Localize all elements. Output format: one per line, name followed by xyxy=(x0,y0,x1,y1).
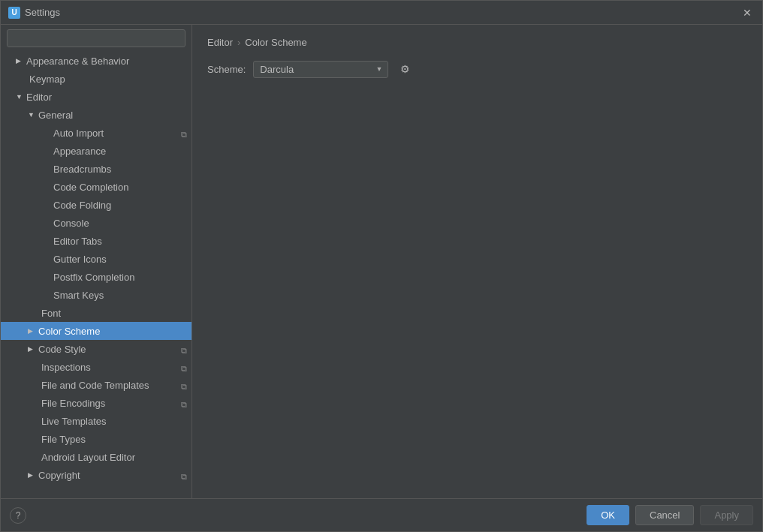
copy-icon-inspections xyxy=(181,362,192,371)
ok-button[interactable]: OK xyxy=(587,505,629,525)
sidebar-item-font[interactable]: Font xyxy=(1,304,192,322)
sidebar-item-label-editor-tabs: Editor Tabs xyxy=(53,236,192,247)
sidebar-item-color-scheme[interactable]: Color Scheme xyxy=(1,322,192,340)
sidebar-item-label-appearance: Appearance xyxy=(53,146,192,157)
sidebar-item-smart-keys[interactable]: Smart Keys xyxy=(1,286,192,304)
scheme-label: Scheme: xyxy=(207,64,246,75)
arrow-general xyxy=(28,111,35,119)
breadcrumb-parent: Editor xyxy=(207,37,233,48)
sidebar-item-label-editor: Editor xyxy=(26,92,192,103)
search-input[interactable] xyxy=(7,29,185,47)
main-panel: Editor › Color Scheme Scheme: DarculaDef… xyxy=(192,25,762,498)
sidebar-item-copyright[interactable]: Copyright xyxy=(1,466,192,484)
sidebar-item-label-code-style: Code Style xyxy=(38,344,178,355)
sidebar-item-label-breadcrumbs: Breadcrumbs xyxy=(53,164,192,175)
sidebar-item-label-code-folding: Code Folding xyxy=(53,200,192,211)
sidebar-item-appearance-behavior[interactable]: Appearance & Behavior xyxy=(1,52,192,70)
sidebar-item-postfix-completion[interactable]: Postfix Completion xyxy=(1,268,192,286)
sidebar-item-label-console: Console xyxy=(53,218,192,229)
bottom-buttons: OK Cancel Apply xyxy=(587,505,753,525)
settings-dialog: U Settings ✕ Appearance & BehaviorKeymap… xyxy=(0,0,763,532)
breadcrumb-separator: › xyxy=(237,37,240,48)
help-button[interactable]: ? xyxy=(10,507,26,524)
sidebar-item-label-copyright: Copyright xyxy=(38,470,178,481)
sidebar-item-label-color-scheme: Color Scheme xyxy=(38,326,192,337)
sidebar-item-inspections[interactable]: Inspections xyxy=(1,358,192,376)
sidebar-item-label-android-layout-editor: Android Layout Editor xyxy=(41,452,192,463)
sidebar-item-code-folding[interactable]: Code Folding xyxy=(1,196,192,214)
copy-icon-copyright xyxy=(181,470,192,479)
sidebar-item-label-gutter-icons: Gutter Icons xyxy=(53,254,192,265)
scheme-select[interactable]: DarculaDefaultHigh ContrastMonokai xyxy=(253,61,388,78)
apply-button[interactable]: Apply xyxy=(700,505,753,525)
settings-tree: Appearance & BehaviorKeymapEditorGeneral… xyxy=(1,52,192,498)
sidebar-item-label-code-completion: Code Completion xyxy=(53,182,192,193)
sidebar-item-label-smart-keys: Smart Keys xyxy=(53,290,192,301)
sidebar-item-breadcrumbs[interactable]: Breadcrumbs xyxy=(1,160,192,178)
scheme-row: Scheme: DarculaDefaultHigh ContrastMonok… xyxy=(207,60,747,78)
sidebar-item-label-font: Font xyxy=(41,308,192,319)
sidebar-item-label-file-code-templates: File and Code Templates xyxy=(41,380,178,391)
sidebar-item-label-postfix-completion: Postfix Completion xyxy=(53,272,192,283)
sidebar-item-file-types[interactable]: File Types xyxy=(1,430,192,448)
scheme-select-wrapper: DarculaDefaultHigh ContrastMonokai xyxy=(253,61,388,78)
app-icon: U xyxy=(8,7,20,19)
sidebar-item-label-inspections: Inspections xyxy=(41,362,178,373)
sidebar-item-code-style[interactable]: Code Style xyxy=(1,340,192,358)
scheme-settings-button[interactable]: ⚙ xyxy=(396,60,415,78)
sidebar-item-label-appearance-behavior: Appearance & Behavior xyxy=(26,56,192,67)
copy-icon-file-encodings xyxy=(181,398,192,407)
sidebar-item-label-file-encodings: File Encodings xyxy=(41,398,178,409)
sidebar-item-gutter-icons[interactable]: Gutter Icons xyxy=(1,250,192,268)
sidebar-item-keymap[interactable]: Keymap xyxy=(1,70,192,88)
sidebar-item-label-file-types: File Types xyxy=(41,434,192,445)
sidebar-item-file-encodings[interactable]: File Encodings xyxy=(1,394,192,412)
arrow-color-scheme xyxy=(28,327,35,335)
arrow-appearance-behavior xyxy=(16,57,23,65)
sidebar-item-label-auto-import: Auto Import xyxy=(53,128,178,139)
sidebar-item-file-code-templates[interactable]: File and Code Templates xyxy=(1,376,192,394)
sidebar-item-label-general: General xyxy=(38,110,192,121)
cancel-button[interactable]: Cancel xyxy=(635,505,694,525)
sidebar-item-label-live-templates: Live Templates xyxy=(41,416,192,427)
breadcrumb: Editor › Color Scheme xyxy=(207,37,747,48)
arrow-code-style xyxy=(28,345,35,353)
close-button[interactable]: ✕ xyxy=(740,6,755,20)
dialog-title: Settings xyxy=(25,7,60,18)
breadcrumb-current: Color Scheme xyxy=(245,37,306,48)
sidebar-item-appearance[interactable]: Appearance xyxy=(1,142,192,160)
sidebar-item-console[interactable]: Console xyxy=(1,214,192,232)
sidebar-item-general[interactable]: General xyxy=(1,106,192,124)
title-bar: U Settings ✕ xyxy=(1,1,762,25)
bottom-bar: ? OK Cancel Apply xyxy=(1,498,762,531)
sidebar-item-label-keymap: Keymap xyxy=(29,74,192,85)
content-area: Appearance & BehaviorKeymapEditorGeneral… xyxy=(1,25,762,498)
arrow-editor xyxy=(16,93,23,101)
copy-icon-file-code-templates xyxy=(181,380,192,389)
sidebar-item-editor-tabs[interactable]: Editor Tabs xyxy=(1,232,192,250)
title-bar-left: U Settings xyxy=(8,7,60,19)
sidebar-item-code-completion[interactable]: Code Completion xyxy=(1,178,192,196)
sidebar: Appearance & BehaviorKeymapEditorGeneral… xyxy=(1,25,192,498)
copy-icon-auto-import xyxy=(181,128,192,137)
sidebar-item-live-templates[interactable]: Live Templates xyxy=(1,412,192,430)
sidebar-item-auto-import[interactable]: Auto Import xyxy=(1,124,192,142)
copy-icon-code-style xyxy=(181,344,192,353)
sidebar-item-android-layout-editor[interactable]: Android Layout Editor xyxy=(1,448,192,466)
sidebar-item-editor[interactable]: Editor xyxy=(1,88,192,106)
arrow-copyright xyxy=(28,471,35,479)
